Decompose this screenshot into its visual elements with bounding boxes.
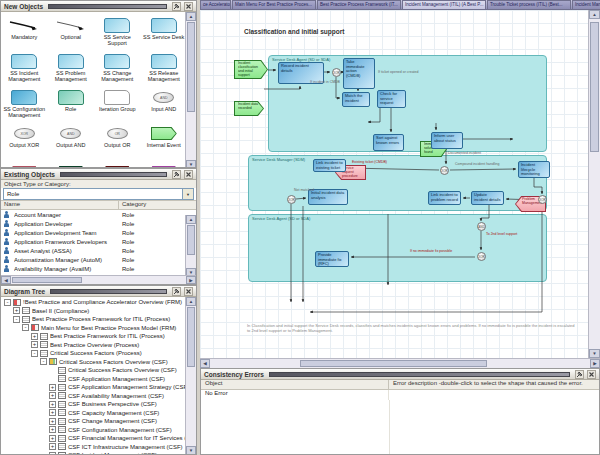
tab-main-menu-for-best-practice-proces[interactable]: Main Menu For Best Practice Proces...: [232, 0, 316, 9]
scroll-left-icon[interactable]: ◀: [1, 276, 11, 284]
pin-icon[interactable]: [172, 2, 181, 11]
palette-item-input-and[interactable]: ANDInput AND: [141, 86, 188, 122]
diagram-activity-inform-user-about-status[interactable]: Inform user about status: [431, 132, 463, 149]
expand-icon[interactable]: +: [49, 409, 56, 416]
tree-item[interactable]: +Basel II (Compliance): [1, 307, 188, 316]
diagram-activity-provide-immediate-fix-rfc[interactable]: Provide immediate fix (RFC): [315, 251, 349, 267]
tab-trouble-ticket-process-itil-best[interactable]: Trouble Ticket process (ITIL) (Best...: [487, 0, 571, 9]
consistency-titlebar[interactable]: Consistency Errors: [201, 369, 599, 380]
diagram-canvas[interactable]: Classification and initial support In Cl…: [200, 10, 588, 358]
existing-objects-titlebar[interactable]: Existing Objects: [1, 169, 196, 180]
scroll-thumb[interactable]: [12, 277, 82, 283]
expand-icon[interactable]: +: [49, 384, 56, 391]
tree-item[interactable]: -Main Menu for Best Practice Process Mod…: [1, 324, 188, 333]
close-icon[interactable]: [587, 370, 596, 379]
tree-item[interactable]: +CSF Change Management (CSF): [1, 417, 188, 426]
palette-item-shape[interactable]: [48, 158, 95, 168]
diagram-activity-take-immediate-action-cmdb[interactable]: Take immediate action (CMDB): [343, 58, 375, 89]
consistency-header[interactable]: Object Error description -double-click t…: [201, 380, 599, 390]
diagram-activity-match-the-incident[interactable]: Match the incident: [342, 92, 370, 107]
diagram-connector[interactable]: XOR: [538, 195, 547, 204]
pin-icon[interactable]: [172, 170, 181, 179]
tab-ce-accelerator-overview-frm[interactable]: ce Accelerator Overview (FRM): [200, 0, 231, 9]
tree-item[interactable]: +CSF Availability Management (CSF): [1, 392, 188, 401]
tree-item[interactable]: +CSF Business Perspective (CSF): [1, 400, 188, 409]
close-icon[interactable]: [184, 170, 193, 179]
diagram-tree-titlebar[interactable]: Diagram Tree: [1, 286, 196, 297]
palette-item-ss-change-management[interactable]: SS Change Management: [94, 50, 141, 86]
palette-item-ss-incident-management[interactable]: SS Incident Management: [1, 50, 48, 86]
tree-scrollbar[interactable]: ▲ ▼: [185, 297, 196, 455]
diagram-connector[interactable]: XOR: [440, 166, 449, 175]
tree-item[interactable]: +CSF Incident Management (CSF): [1, 451, 188, 455]
scroll-up-icon[interactable]: ▲: [186, 297, 196, 306]
new-objects-titlebar[interactable]: New Objects: [1, 1, 196, 12]
collapse-icon[interactable]: -: [22, 324, 29, 331]
tree-item[interactable]: -Critical Success Factors Overview (CSF): [1, 358, 188, 367]
tree-item[interactable]: +Best Practice Overview (Process): [1, 341, 188, 350]
consistency-row[interactable]: No Error: [201, 390, 599, 400]
diagram-connector[interactable]: XOR: [287, 195, 296, 204]
table-row[interactable]: Account ManagerRole: [1, 210, 188, 219]
scroll-right-icon[interactable]: ▶: [590, 359, 600, 368]
collapse-icon[interactable]: -: [31, 350, 38, 357]
tree-item[interactable]: CSF Application Management (CSF): [1, 375, 188, 384]
scroll-right-icon[interactable]: ▶: [186, 276, 196, 284]
diagram-container-service-desk-agent-sd-or-sda[interactable]: Service Desk Agent (SD or SDA): [248, 214, 547, 282]
diagram-activity-update-incident-details[interactable]: Update incident details: [471, 191, 504, 205]
column-category[interactable]: Category: [119, 201, 196, 209]
panel-grip[interactable]: [48, 4, 167, 9]
palette-item-ss-configuration-management[interactable]: SS Configuration Management: [1, 86, 48, 122]
tree-item[interactable]: +CSF ICT Infrastructure Management (CSF): [1, 443, 188, 452]
scroll-left-icon[interactable]: ◀: [200, 359, 210, 368]
palette-item-output-xor[interactable]: XOROutput XOR: [1, 122, 48, 158]
palette-item-ss-service-desk[interactable]: SS Service Desk: [141, 14, 188, 50]
diagram-connector[interactable]: XOR: [332, 68, 341, 77]
collapse-icon[interactable]: -: [4, 299, 11, 306]
tree-item[interactable]: -Critical Success Factors (Process): [1, 349, 188, 358]
scroll-down-icon[interactable]: ▼: [186, 160, 196, 168]
expand-icon[interactable]: +: [31, 341, 38, 348]
scroll-thumb[interactable]: [187, 22, 195, 112]
panel-grip[interactable]: [60, 172, 167, 177]
palette-item-optional[interactable]: Optional: [48, 14, 95, 50]
scroll-down-icon[interactable]: ▼: [589, 349, 600, 358]
table-header[interactable]: Name Category: [1, 200, 196, 210]
tree-item[interactable]: +Best Practice Framework for ITIL (Proce…: [1, 332, 188, 341]
table-row[interactable]: Application Framework DevelopersRole: [1, 237, 188, 246]
expand-icon[interactable]: +: [49, 435, 56, 442]
diagram-connector[interactable]: AND: [477, 222, 486, 231]
palette-item-mandatory[interactable]: Mandatory: [1, 14, 48, 50]
tree-item[interactable]: Critical Success Factors Overview (CSF): [1, 366, 188, 375]
tree-item[interactable]: +CSF Configuration Management (CSF): [1, 426, 188, 435]
palette-item-shape[interactable]: [1, 158, 48, 168]
expand-icon[interactable]: +: [49, 443, 56, 450]
table-row[interactable]: Application Development TeamRole: [1, 228, 188, 237]
table-row[interactable]: Application DeveloperRole: [1, 219, 188, 228]
tree-item[interactable]: -!Best Practice and Compliance Accelerat…: [1, 298, 188, 307]
chevron-down-icon[interactable]: ▼: [182, 189, 193, 199]
objects-hscrollbar[interactable]: ◀ ▶: [1, 275, 196, 284]
scroll-thumb[interactable]: [590, 22, 599, 152]
palette-scrollbar[interactable]: ▲ ▼: [185, 12, 196, 168]
panel-grip[interactable]: [269, 372, 570, 377]
objects-vscrollbar[interactable]: ▲ ▼: [185, 215, 196, 277]
scroll-thumb[interactable]: [187, 307, 195, 367]
canvas-hscrollbar[interactable]: ◀ ▶: [200, 358, 600, 368]
tree-item[interactable]: +CSF Application Management Strategy (CS…: [1, 383, 188, 392]
palette-item-ss-release-management[interactable]: SS Release Management: [141, 50, 188, 86]
palette-item-internal-event[interactable]: Internal Event: [141, 122, 188, 158]
pin-icon[interactable]: [172, 287, 181, 296]
palette-item-shape[interactable]: [94, 158, 141, 168]
scroll-down-icon[interactable]: ▼: [186, 446, 196, 455]
close-icon[interactable]: [184, 2, 193, 11]
column-object[interactable]: Object: [201, 380, 389, 389]
collapse-icon[interactable]: -: [40, 358, 47, 365]
canvas-vscrollbar[interactable]: ▲ ▼: [588, 10, 600, 358]
collapse-icon[interactable]: -: [13, 316, 20, 323]
tab-best-practice-process-framework-it[interactable]: Best Practice Process Framework (IT...: [317, 0, 401, 9]
diagram-activity-initial-incident-data-analysis[interactable]: Initial incident data analysis: [308, 189, 348, 205]
tree-item[interactable]: -Best Practice Process Framework for ITI…: [1, 315, 188, 324]
tab-incident-manag[interactable]: Incident Manag...: [572, 0, 600, 9]
palette-item-ss-problem-management[interactable]: SS Problem Management: [48, 50, 95, 86]
